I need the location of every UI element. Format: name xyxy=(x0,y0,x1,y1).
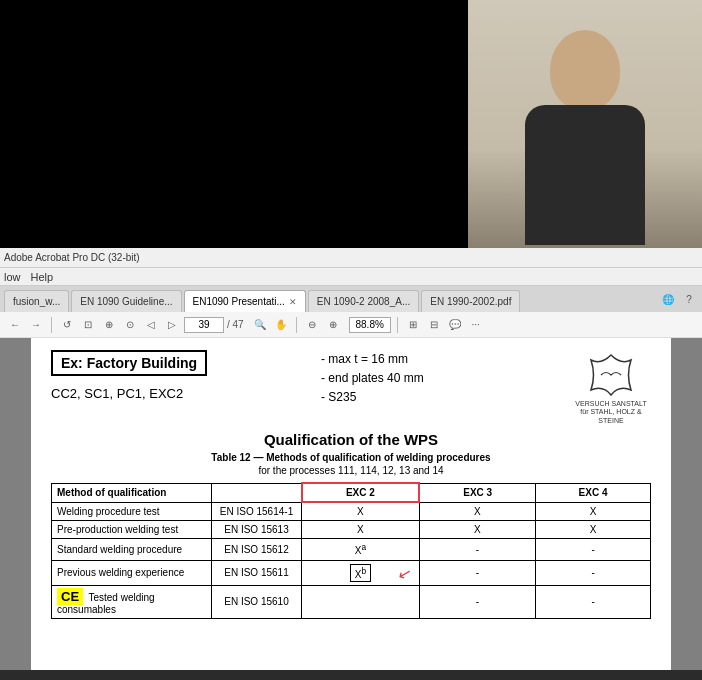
spec-3: - S235 xyxy=(321,388,571,407)
method-4: Previous welding experience xyxy=(52,560,212,585)
xb-box: Xb xyxy=(350,564,371,582)
versuch-logo xyxy=(581,350,641,400)
exc3-2: X xyxy=(419,521,535,539)
qualification-title: Qualification of the WPS xyxy=(51,431,651,448)
sup-a: a xyxy=(361,542,366,552)
exc4-2: X xyxy=(536,521,651,539)
taskbar: Adobe Acrobat Pro DC (32-bit) xyxy=(0,248,702,268)
col-exc2: EXC 2 xyxy=(302,483,420,502)
table-row: CE Tested welding consumables EN ISO 156… xyxy=(52,585,651,618)
circle-btn[interactable]: ⊕ xyxy=(100,316,118,334)
exc2-1: X xyxy=(302,502,420,521)
pdf-area: Ex: Factory Building CC2, SC1, PC1, EXC2… xyxy=(0,338,702,670)
spec-2: - end plates 40 mm xyxy=(321,369,571,388)
logo-area: VERSUCH SANSTALTfür STAHL, HOLZ & STEINE xyxy=(571,350,651,425)
nav-prev[interactable]: ⊙ xyxy=(121,316,139,334)
back-btn[interactable]: ← xyxy=(6,316,24,334)
tab-bar: fusion_w... EN 1090 Guideline... EN1090 … xyxy=(0,286,702,312)
photo-btn[interactable]: ⊡ xyxy=(79,316,97,334)
view-icon[interactable]: ⊞ xyxy=(404,316,422,334)
video-area xyxy=(0,0,702,248)
cursor-icon[interactable]: ⊟ xyxy=(425,316,443,334)
exc2-5 xyxy=(302,585,420,618)
wps-table: Method of qualification EXC 2 EXC 3 EXC … xyxy=(51,482,651,619)
nav-left[interactable]: ◁ xyxy=(142,316,160,334)
pdf-page: Ex: Factory Building CC2, SC1, PC1, EXC2… xyxy=(31,338,671,670)
method-3: Standard welding procedure xyxy=(52,539,212,560)
sup-b: b xyxy=(361,566,366,576)
menu-low[interactable]: low xyxy=(4,271,21,283)
more-icon[interactable]: ··· xyxy=(467,316,485,334)
col-exc3: EXC 3 xyxy=(419,483,535,502)
forward-btn[interactable]: → xyxy=(27,316,45,334)
rotate-btn[interactable]: ↺ xyxy=(58,316,76,334)
exc3-5: - xyxy=(419,585,535,618)
exc2-2: X xyxy=(302,521,420,539)
logo-text: VERSUCH SANSTALTfür STAHL, HOLZ & STEINE xyxy=(571,400,651,425)
std-3: EN ISO 15612 xyxy=(212,539,302,560)
menu-bar: low Help xyxy=(0,268,702,286)
zoom-in[interactable]: ⊕ xyxy=(324,316,342,334)
exc3-1: X xyxy=(419,502,535,521)
factory-label: Ex: Factory Building xyxy=(51,350,207,376)
method-5: CE Tested welding consumables xyxy=(52,585,212,618)
tab-en1990[interactable]: EN 1990-2002.pdf xyxy=(421,290,520,312)
zoom-input[interactable] xyxy=(349,317,391,333)
cc2-label: CC2, SC1, PC1, EXC2 xyxy=(51,386,301,401)
app-title: Adobe Acrobat Pro DC (32-bit) xyxy=(4,252,140,263)
std-5: EN ISO 15610 xyxy=(212,585,302,618)
exc3-4: - xyxy=(419,560,535,585)
method-1: Welding procedure test xyxy=(52,502,212,521)
table-row: Pre-production welding test EN ISO 15613… xyxy=(52,521,651,539)
pdf-top-left: Ex: Factory Building CC2, SC1, PC1, EXC2 xyxy=(51,350,301,401)
nav-right[interactable]: ▷ xyxy=(163,316,181,334)
std-1: EN ISO 15614-1 xyxy=(212,502,302,521)
tab-en1090-guideline[interactable]: EN 1090 Guideline... xyxy=(71,290,181,312)
table-row: Previous welding experience EN ISO 15611… xyxy=(52,560,651,585)
tab-en1090-presentation[interactable]: EN1090 Presentati... ✕ xyxy=(184,290,306,312)
table-row: Welding procedure test EN ISO 15614-1 X … xyxy=(52,502,651,521)
exc4-5: - xyxy=(536,585,651,618)
menu-help[interactable]: Help xyxy=(31,271,54,283)
tab-close-icon[interactable]: ✕ xyxy=(289,297,297,307)
toolbar: ← → ↺ ⊡ ⊕ ⊙ ◁ ▷ / 47 🔍 ✋ ⊖ ⊕ ⊞ ⊟ 💬 ··· xyxy=(0,312,702,338)
screen-share xyxy=(0,0,468,248)
zoom-out[interactable]: ⊖ xyxy=(303,316,321,334)
webcam-feed xyxy=(468,0,702,248)
table-subtitle: for the processes 111, 114, 12, 13 and 1… xyxy=(51,465,651,476)
std-2: EN ISO 15613 xyxy=(212,521,302,539)
tab-en1090-2008[interactable]: EN 1090-2 2008_A... xyxy=(308,290,419,312)
pdf-specs: - max t = 16 mm - end plates 40 mm - S23… xyxy=(301,350,571,408)
browser-icon[interactable]: 🌐 xyxy=(659,290,677,308)
exc2-4: Xb ↙ xyxy=(302,560,420,585)
table-row: Standard welding procedure EN ISO 15612 … xyxy=(52,539,651,560)
question-icon[interactable]: ? xyxy=(680,290,698,308)
exc4-4: - xyxy=(536,560,651,585)
std-4: EN ISO 15611 xyxy=(212,560,302,585)
red-arrow-icon: ↙ xyxy=(396,562,413,584)
ce-badge: CE xyxy=(57,588,83,605)
comment-icon[interactable]: 💬 xyxy=(446,316,464,334)
col-method: Method of qualification xyxy=(52,483,212,502)
page-total: / 47 xyxy=(227,319,244,330)
col-standard xyxy=(212,483,302,502)
exc3-3: - xyxy=(419,539,535,560)
exc2-3: Xa xyxy=(302,539,420,560)
col-exc4: EXC 4 xyxy=(536,483,651,502)
spec-1: - max t = 16 mm xyxy=(321,350,571,369)
tab-fusion[interactable]: fusion_w... xyxy=(4,290,69,312)
exc4-3: - xyxy=(536,539,651,560)
table-title: Table 12 — Methods of qualification of w… xyxy=(51,452,651,463)
search-icon[interactable]: 🔍 xyxy=(251,316,269,334)
hand-tool[interactable]: ✋ xyxy=(272,316,290,334)
page-input[interactable] xyxy=(184,317,224,333)
exc4-1: X xyxy=(536,502,651,521)
method-2: Pre-production welding test xyxy=(52,521,212,539)
